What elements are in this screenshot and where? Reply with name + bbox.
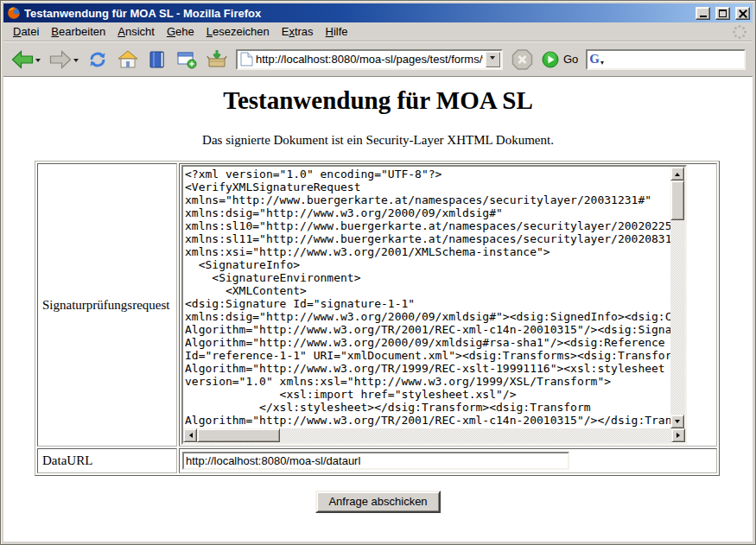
signature-request-textarea[interactable]: <?xml version="1.0" encoding="UTF-8"?> <… [181,165,687,445]
search-bar[interactable]: G [586,49,746,70]
close-icon[interactable] [735,7,750,20]
go-button[interactable]: Go [542,51,578,68]
new-window-button[interactable] [175,49,198,70]
verify-form-table: Signaturprüfungsrequest <?xml version="1… [35,161,720,476]
search-input[interactable] [605,53,742,67]
forward-icon [48,49,73,70]
forward-dropdown-icon[interactable] [73,59,79,65]
title-bar: Testanwendung für MOA SL - Mozilla Firef… [3,3,753,22]
home-button[interactable] [117,49,139,70]
signature-request-xml[interactable]: <?xml version="1.0" encoding="UTF-8"?> <… [183,167,670,428]
menu-extras[interactable]: Extras [276,23,320,40]
downloads-icon [206,49,228,70]
url-bar[interactable] [236,49,503,70]
maximize-icon[interactable] [715,7,730,20]
page-subtitle: Das signierte Dokument ist ein Security-… [3,133,753,148]
navigation-toolbar: Go G [3,41,753,77]
dataurl-label: DataURL [37,448,177,473]
bookmarks-button[interactable] [147,49,168,70]
table-row: Signaturprüfungsrequest <?xml version="1… [37,163,717,447]
back-icon [10,49,35,70]
back-button[interactable] [10,49,41,70]
reload-button[interactable] [86,49,109,70]
firefox-icon [7,6,21,20]
minimize-icon[interactable] [696,7,710,20]
scroll-left-icon[interactable] [183,428,197,442]
submit-request-button[interactable]: Anfrage abschicken [315,491,440,513]
request-label: Signaturprüfungsrequest [37,163,177,447]
menu-hilfe[interactable]: Hilfe [320,23,354,40]
page-title: Testanwendung für MOA SL [3,86,753,115]
vertical-scroll-thumb[interactable] [670,181,684,220]
google-logo-icon: G [589,53,600,66]
downloads-button[interactable] [206,49,228,70]
scroll-right-icon[interactable] [671,428,685,442]
menu-gehe[interactable]: Gehe [161,23,200,40]
textarea-horizontal-scrollbar[interactable] [183,428,685,443]
stop-button[interactable] [511,48,534,71]
textarea-vertical-scrollbar[interactable] [670,167,685,428]
forward-button[interactable] [48,49,79,70]
search-engine-dropdown-icon[interactable] [600,61,604,67]
scroll-up-icon[interactable] [670,167,684,181]
url-dropdown-button[interactable] [486,52,500,67]
menu-bearbeiten[interactable]: Bearbeiten [45,23,111,40]
window-title: Testanwendung für MOA SL - Mozilla Firef… [24,7,690,20]
back-dropdown-icon[interactable] [35,59,41,65]
dataurl-input[interactable] [182,452,569,470]
bookmarks-icon [147,49,168,70]
url-input[interactable] [256,53,483,67]
menu-datei[interactable]: Datei [7,23,45,40]
new-window-icon [175,49,198,70]
table-row: DataURL [37,448,717,473]
stop-icon [511,48,534,71]
browser-window: Testanwendung für MOA SL - Mozilla Firef… [0,0,756,545]
menu-ansicht[interactable]: Ansicht [111,23,161,40]
menu-bar: Datei Bearbeiten Ansicht Gehe Lesezeiche… [3,22,753,41]
home-icon [117,49,139,70]
reload-icon [86,49,109,70]
page-content: Testanwendung für MOA SL Das signierte D… [3,77,753,542]
go-label: Go [563,53,578,66]
go-icon [542,51,559,68]
menu-lesezeichen[interactable]: Lesezeichen [200,23,276,40]
horizontal-scroll-thumb[interactable] [197,428,280,442]
scroll-down-icon[interactable] [670,415,684,428]
throbber-icon [732,24,747,43]
page-icon [240,52,253,67]
